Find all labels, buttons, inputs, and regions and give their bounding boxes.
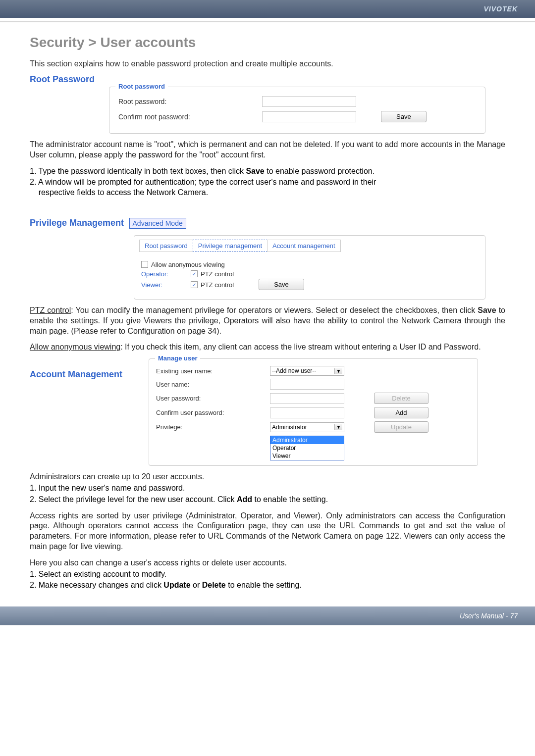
root-pw-row: Root password:	[118, 96, 476, 107]
option-viewer[interactable]: Viewer	[270, 452, 344, 460]
existing-user-label: Existing user name:	[156, 367, 270, 375]
root-save-button[interactable]: Save	[381, 111, 427, 122]
priv-content: Allow anonymous viewing Operator: ✓ PTZ …	[134, 256, 485, 290]
intro-text: This section explains how to enable pass…	[30, 59, 505, 68]
ptz-desc-text: PTZ control: You can modify the manageme…	[30, 305, 505, 336]
username-input[interactable]	[270, 379, 344, 390]
userpw-input[interactable]	[270, 393, 344, 404]
root-password-fieldset: Root password Root password: Confirm roo…	[109, 87, 485, 134]
allow-anon-label: Allow anonymous viewing	[151, 261, 225, 268]
operator-ptz-checkbox[interactable]: ✓	[191, 270, 198, 277]
option-administrator[interactable]: Administrator	[270, 436, 344, 444]
allow-anon-checkbox[interactable]	[141, 261, 148, 268]
anon-desc-text: Allow anonymous viewing: If you check th…	[30, 342, 505, 353]
root-pw-input[interactable]	[262, 96, 356, 107]
advanced-mode-badge: Advanced Mode	[129, 218, 186, 229]
footer-text: User's Manual - 77	[460, 612, 518, 620]
header-bar: VIVOTEK	[0, 0, 535, 18]
allow-anon-row: Allow anonymous viewing	[141, 261, 478, 268]
tab-account-management[interactable]: Account management	[267, 240, 340, 252]
confirm-pw-input[interactable]	[262, 111, 356, 122]
fieldset-legend: Root password	[115, 83, 168, 90]
privilege-value: Administrator	[272, 424, 307, 431]
tab-privilege-management[interactable]: Privilege management	[193, 240, 268, 252]
page-content: Security > User accounts This section ex…	[0, 22, 535, 602]
privilege-label: Privilege:	[156, 423, 270, 431]
confirm-pw-row: Confirm root password: Save	[118, 111, 476, 122]
confirm-pw-label: Confirm root password:	[118, 113, 262, 121]
root-step-1: 1. Type the password identically in both…	[30, 166, 505, 177]
manage-legend: Manage user	[155, 354, 200, 362]
admin-step-1: 1. Input the new user's name and passwor…	[30, 483, 505, 494]
change-step-1: 1. Select an existing account to modify.	[30, 569, 505, 580]
operator-label: Operator:	[141, 270, 191, 278]
operator-ptz-label: PTZ control	[201, 270, 234, 278]
dropdown-arrow-icon: ▼	[334, 368, 342, 374]
option-operator[interactable]: Operator	[270, 444, 344, 452]
root-pw-label: Root password:	[118, 98, 262, 105]
existing-user-select[interactable]: --Add new user-- ▼	[270, 366, 344, 376]
manage-user-fieldset: Manage user Existing user name: --Add ne…	[149, 358, 478, 466]
confirmpw-label: Confirm user password:	[156, 409, 270, 416]
account-mgmt-wrap: Account Management Manage user Existing …	[30, 358, 505, 466]
priv-mgmt-panel: Root password Privilege management Accou…	[134, 235, 485, 300]
dropdown-arrow-icon: ▼	[334, 424, 342, 430]
change-rights-text: Here you also can change a user's access…	[30, 558, 505, 568]
privilege-select[interactable]: Administrator ▼	[270, 422, 344, 432]
existing-user-value: --Add new user--	[272, 367, 316, 374]
brand-logo: VIVOTEK	[484, 5, 518, 13]
admin-step-2: 2. Select the privilege level for the ne…	[30, 495, 505, 505]
priv-mgmt-heading: Privilege Management	[30, 218, 124, 228]
existing-user-row: Existing user name: --Add new user-- ▼	[156, 366, 471, 376]
priv-save-button[interactable]: Save	[259, 279, 304, 290]
delete-button[interactable]: Delete	[374, 393, 428, 404]
page-title: Security > User accounts	[30, 35, 505, 50]
confirmpw-row: Confirm user password: Add	[156, 407, 471, 418]
privilege-row: Privilege: Administrator ▼ Update	[156, 421, 471, 433]
account-mgmt-heading: Account Management	[30, 369, 149, 380]
add-button[interactable]: Add	[374, 407, 428, 418]
userpw-row: User password: Delete	[156, 393, 471, 404]
viewer-row: Viewer: ✓ PTZ control Save	[141, 280, 478, 290]
username-label: User name:	[156, 381, 270, 388]
operator-row: Operator: ✓ PTZ control	[141, 270, 478, 278]
update-button[interactable]: Update	[374, 421, 428, 433]
tab-root-password[interactable]: Root password	[139, 240, 193, 252]
viewer-ptz-label: PTZ control	[201, 281, 234, 289]
admin-create-text: Administrators can create up to 20 user …	[30, 472, 505, 482]
viewer-ptz-checkbox[interactable]: ✓	[191, 281, 198, 288]
tabs-row: Root password Privilege management Accou…	[134, 236, 485, 256]
confirmpw-input[interactable]	[270, 407, 344, 418]
access-rights-text: Access rights are sorted by user privile…	[30, 511, 505, 552]
root-password-heading: Root Password	[30, 74, 505, 85]
userpw-label: User password:	[156, 395, 270, 402]
username-row: User name:	[156, 379, 471, 390]
footer-bar: User's Manual - 77	[0, 606, 535, 625]
privilege-dropdown-list: Administrator Operator Viewer	[270, 436, 344, 460]
change-step-2: 2. Make necessary changes and click Upda…	[30, 580, 505, 591]
root-desc-text: The administrator account name is "root"…	[30, 140, 505, 160]
root-step-2: 2. A window will be prompted for authent…	[30, 177, 505, 198]
viewer-label: Viewer:	[141, 281, 191, 289]
